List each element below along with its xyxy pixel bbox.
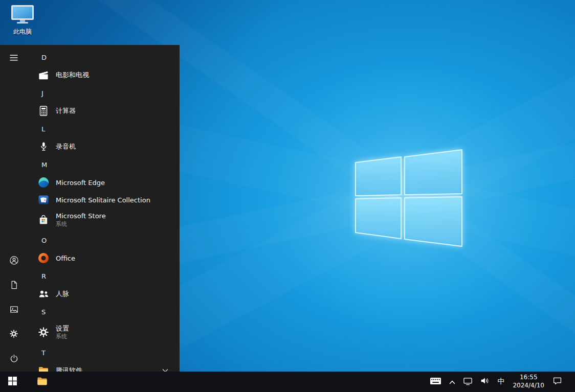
app-section-letter[interactable]: R xyxy=(37,267,175,285)
app-item-microsoft-store[interactable]: Microsoft Store 系统 xyxy=(37,209,175,231)
app-item-label: 录音机 xyxy=(56,142,76,151)
windows-logo-icon xyxy=(8,377,17,387)
app-section-letter[interactable]: L xyxy=(37,120,175,138)
expand-menu-button[interactable] xyxy=(2,47,26,71)
app-section-letter[interactable]: T xyxy=(37,343,175,362)
document-icon xyxy=(9,280,19,292)
app-section-letter[interactable]: M xyxy=(37,155,175,174)
touch-keyboard-icon xyxy=(430,376,441,387)
ime-indicator-label: 中 xyxy=(497,377,504,386)
system-tray: 中 16:55 2024/4/10 xyxy=(426,372,575,392)
app-item-text: 设置 系统 xyxy=(56,325,69,340)
action-center-icon xyxy=(552,376,562,387)
action-center-button[interactable] xyxy=(549,372,566,392)
app-item-tencent-folder[interactable]: 腾讯软件 xyxy=(37,362,175,372)
app-item-calculator[interactable]: 计算器 xyxy=(37,102,175,120)
solitaire-icon xyxy=(37,194,50,206)
hamburger-menu-icon xyxy=(9,53,19,65)
app-item-label: Microsoft Edge xyxy=(56,179,105,187)
windows-logo xyxy=(356,150,462,246)
app-item-solitaire[interactable]: Microsoft Solitaire Collection xyxy=(37,191,175,209)
calculator-icon xyxy=(37,105,50,117)
voice-recorder-icon xyxy=(37,141,50,153)
rail-bottom-group xyxy=(2,249,26,372)
start-menu: D 电影和电视 J xyxy=(0,45,180,372)
gear-icon xyxy=(37,326,50,338)
user-account-button[interactable] xyxy=(2,249,26,273)
volume-button[interactable] xyxy=(476,372,494,392)
app-item-movies-tv[interactable]: 电影和电视 xyxy=(37,66,175,84)
screen: 此电脑 xyxy=(0,0,575,392)
touch-keyboard-button[interactable] xyxy=(426,372,445,392)
start-menu-app-list: D 电影和电视 J xyxy=(28,45,180,372)
file-explorer-icon xyxy=(36,375,48,389)
chevron-up-icon xyxy=(449,377,456,387)
app-item-subtitle: 系统 xyxy=(56,221,106,227)
app-item-voice-recorder[interactable]: 录音机 xyxy=(37,138,175,155)
app-item-microsoft-edge[interactable]: Microsoft Edge xyxy=(37,174,175,191)
app-item-label: Microsoft Store xyxy=(56,212,106,220)
store-icon xyxy=(37,214,50,226)
app-item-label: 腾讯软件 xyxy=(56,366,82,372)
power-button[interactable] xyxy=(2,347,26,372)
app-item-people[interactable]: 人脉 xyxy=(37,285,175,303)
settings-button[interactable] xyxy=(2,322,26,347)
app-item-label: 设置 xyxy=(56,325,69,333)
pictures-button[interactable] xyxy=(2,298,26,322)
office-icon xyxy=(37,252,50,264)
clock-time: 16:55 xyxy=(513,374,544,382)
app-section-letter[interactable]: D xyxy=(37,48,175,66)
folder-icon xyxy=(37,364,50,372)
app-item-office[interactable]: Office xyxy=(37,249,175,267)
ime-indicator[interactable]: 中 xyxy=(494,372,508,392)
power-icon xyxy=(9,354,19,365)
file-explorer-button[interactable] xyxy=(30,372,54,392)
app-section-letter[interactable]: S xyxy=(37,303,175,321)
app-item-subtitle: 系统 xyxy=(56,333,69,340)
network-icon xyxy=(463,376,473,388)
pictures-icon xyxy=(9,305,19,316)
start-button[interactable] xyxy=(0,372,25,392)
people-icon xyxy=(37,288,50,300)
app-section-letter[interactable]: O xyxy=(37,231,175,249)
desktop-icon-label: 此电脑 xyxy=(13,28,32,36)
documents-button[interactable] xyxy=(2,273,26,298)
clock[interactable]: 16:55 2024/4/10 xyxy=(508,374,549,389)
volume-icon xyxy=(480,376,490,388)
taskbar: 中 16:55 2024/4/10 xyxy=(0,372,575,392)
app-section-letter[interactable]: J xyxy=(37,84,175,102)
movies-tv-icon xyxy=(37,69,50,81)
app-item-label: 人脉 xyxy=(56,289,69,298)
this-pc-icon xyxy=(10,4,35,27)
app-item-label: 电影和电视 xyxy=(56,71,89,80)
user-icon xyxy=(9,255,19,268)
app-item-label: 计算器 xyxy=(56,106,76,116)
start-menu-rail xyxy=(0,45,28,372)
app-item-label: Microsoft Solitaire Collection xyxy=(56,196,150,204)
edge-icon xyxy=(37,176,50,189)
gear-icon xyxy=(9,329,19,341)
desktop-icon-this-pc[interactable]: 此电脑 xyxy=(6,4,39,36)
clock-date: 2024/4/10 xyxy=(513,382,544,390)
app-item-text: Microsoft Store 系统 xyxy=(56,212,106,227)
app-item-settings[interactable]: 设置 系统 xyxy=(37,321,175,343)
app-item-label: Office xyxy=(56,255,75,262)
show-hidden-icons-button[interactable] xyxy=(445,372,459,392)
network-button[interactable] xyxy=(459,372,476,392)
